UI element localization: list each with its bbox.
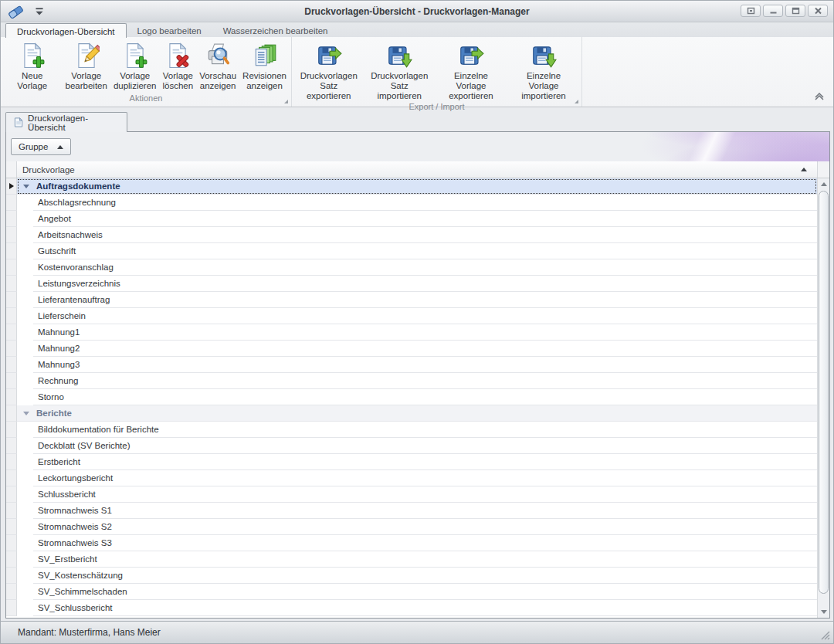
druckvorlage-cell[interactable]: SV_Erstbericht (33, 551, 817, 568)
group-expand-icon[interactable] (23, 412, 29, 415)
neue-vorlage-button[interactable]: Neue Vorlage (2, 40, 63, 92)
ribbon-tab-label: Druckvorlagen-Übersicht (17, 27, 115, 36)
table-row[interactable]: Leckortungsbericht (6, 470, 817, 486)
table-row[interactable]: Leistungsverzeichnis (6, 276, 817, 292)
scroll-down-button[interactable] (818, 606, 829, 618)
druckvorlage-cell[interactable]: Mahnung3 (33, 357, 817, 373)
row-indicator (6, 243, 17, 259)
druckvorlage-cell[interactable]: Rechnung (33, 373, 817, 389)
group-row[interactable]: Berichte (6, 405, 817, 422)
table-row[interactable]: Storno (6, 389, 817, 405)
druckvorlage-cell[interactable]: Lieferantenauftrag (33, 292, 817, 308)
table-row[interactable]: Erstbericht (6, 454, 817, 470)
document-tab-druckvorlagen-uebersicht[interactable]: Druckvorlagen-Übersicht (5, 112, 127, 132)
scrollbar-thumb[interactable] (819, 191, 829, 594)
vorschau-anzeigen-button[interactable]: Vorschau anzeigen (196, 40, 239, 92)
druckvorlage-cell[interactable]: Bilddokumentation für Berichte (33, 422, 817, 438)
column-header-druckvorlage[interactable]: Druckvorlage (17, 161, 817, 178)
close-button[interactable] (808, 5, 828, 17)
druckvorlage-cell[interactable]: Leckortungsbericht (33, 470, 817, 486)
druckvorlage-cell[interactable]: SV_Kostenschätzung (33, 568, 817, 584)
document-delete-icon (164, 42, 191, 69)
table-row[interactable]: Schlussbericht (6, 486, 817, 503)
ribbon-tab-wasserzeichen-bearbeiten[interactable]: Wasserzeichen bearbeiten (212, 22, 339, 37)
druckvorlage-cell[interactable]: Storno (33, 389, 817, 405)
group-indent-cell (17, 308, 33, 324)
revisionen-anzeigen-button[interactable]: Revisionen anzeigen (239, 40, 290, 92)
group-indent-cell (17, 373, 33, 389)
druckvorlage-cell[interactable]: Schlussbericht (33, 486, 817, 503)
druckvorlage-cell[interactable]: Arbeitsnachweis (33, 227, 817, 243)
row-indicator (6, 357, 17, 373)
resize-grip-icon[interactable] (819, 629, 830, 640)
einzelne-vorlage-exportieren-button[interactable]: Einzelne Vorlage exportieren (435, 40, 507, 102)
druckvorlage-cell[interactable]: Abschlagsrechnung (33, 195, 817, 211)
button-label-line: Einzelne Vorlage (438, 71, 504, 91)
druckvorlage-cell[interactable]: Deckblatt (SV Berichte) (33, 438, 817, 454)
druckvorlage-cell[interactable]: Mahnung2 (33, 341, 817, 357)
scroll-up-button[interactable] (818, 178, 829, 190)
druckvorlage-cell[interactable]: Gutschrift (33, 243, 817, 259)
table-row[interactable]: Lieferantenauftrag (6, 292, 817, 308)
vertical-scrollbar[interactable] (817, 178, 829, 618)
druckvorlage-cell[interactable]: Lieferschein (33, 308, 817, 324)
group-cell[interactable]: Auftragsdokumente (17, 178, 817, 195)
vorlage-duplizieren-button[interactable]: Vorlage duplizieren (110, 40, 160, 92)
group-expand-icon[interactable] (23, 185, 29, 188)
table-row[interactable]: SV_Schimmelschaden (6, 584, 817, 600)
druckvorlage-cell[interactable]: Leistungsverzeichnis (33, 276, 817, 292)
druckvorlage-cell[interactable]: SV_Schimmelschaden (33, 584, 817, 600)
table-row[interactable]: SV_Schlussbericht (6, 600, 817, 616)
table-row[interactable]: Mahnung2 (6, 341, 817, 357)
table-row[interactable]: Stromnachweis S2 (6, 519, 817, 535)
ribbon-tab-logo-bearbeiten[interactable]: Logo bearbeiten (127, 22, 212, 37)
button-label-line: Einzelne Vorlage (510, 71, 577, 91)
table-row[interactable]: Stromnachweis S3 (6, 535, 817, 551)
button-label-line: importieren (521, 91, 566, 101)
group-indent-cell (17, 454, 33, 470)
table-row[interactable]: Deckblatt (SV Berichte) (6, 438, 817, 454)
druckvorlage-cell[interactable]: Mahnung1 (33, 324, 817, 341)
fullscreen-button[interactable] (741, 5, 761, 17)
maximize-button[interactable] (785, 5, 805, 17)
collapse-ribbon-button[interactable] (813, 91, 826, 102)
ribbon-tab-druckvorlagen-uebersicht[interactable]: Druckvorlagen-Übersicht (5, 23, 127, 38)
button-label-line: anzeigen (200, 81, 236, 91)
table-row[interactable]: Bilddokumentation für Berichte (6, 422, 817, 438)
table-row[interactable]: Lieferschein (6, 308, 817, 324)
arrow-down-icon (821, 610, 827, 614)
table-row[interactable]: Gutschrift (6, 243, 817, 259)
table-row[interactable]: SV_Kostenschätzung (6, 568, 817, 584)
druckvorlage-cell[interactable]: Stromnachweis S2 (33, 519, 817, 535)
button-label-line: Satz exportieren (297, 81, 361, 101)
druckvorlage-cell[interactable]: Kostenvoranschlag (33, 259, 817, 276)
druckvorlagen-satz-importieren-button[interactable]: Druckvorlagen Satz importieren (364, 40, 434, 102)
minimize-button[interactable] (763, 5, 783, 17)
table-row[interactable]: Abschlagsrechnung (6, 195, 817, 211)
druckvorlage-cell[interactable]: Angebot (33, 211, 817, 227)
druckvorlage-cell[interactable]: Stromnachweis S1 (33, 503, 817, 519)
druckvorlage-cell[interactable]: Erstbericht (33, 454, 817, 470)
disk-import-icon (531, 42, 557, 69)
row-indicator (6, 405, 17, 422)
group-by-gruppe-button[interactable]: Gruppe (11, 138, 71, 155)
vorlage-loeschen-button[interactable]: Vorlage löschen (160, 40, 197, 92)
table-row[interactable]: Mahnung3 (6, 357, 817, 373)
table-row[interactable]: Kostenvoranschlag (6, 259, 817, 276)
druckvorlagen-satz-exportieren-button[interactable]: Druckvorlagen Satz exportieren (293, 40, 364, 102)
group-cell[interactable]: Berichte (17, 405, 817, 422)
vorlage-bearbeiten-button[interactable]: Vorlage bearbeiten (63, 40, 110, 92)
eraser-icon[interactable] (7, 4, 24, 19)
druckvorlage-cell[interactable]: SV_Schlussbericht (33, 600, 817, 616)
druckvorlage-cell[interactable]: Stromnachweis S3 (33, 535, 817, 551)
table-row[interactable]: SV_Erstbericht (6, 551, 817, 568)
table-row[interactable]: Rechnung (6, 373, 817, 389)
table-row[interactable]: Stromnachweis S1 (6, 503, 817, 519)
table-row[interactable]: Mahnung1 (6, 324, 817, 341)
quick-access-dropdown-icon[interactable] (33, 6, 46, 17)
row-indicator (6, 308, 17, 324)
table-row[interactable]: Angebot (6, 211, 817, 227)
einzelne-vorlage-importieren-button[interactable]: Einzelne Vorlage importieren (507, 40, 580, 102)
group-row[interactable]: Auftragsdokumente (6, 178, 817, 195)
table-row[interactable]: Arbeitsnachweis (6, 227, 817, 243)
